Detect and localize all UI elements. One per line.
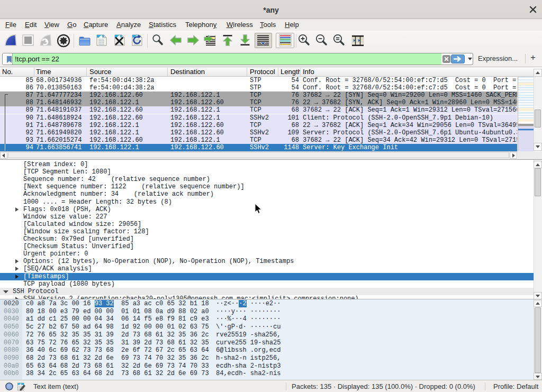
- svg-text:0111: 0111: [98, 43, 104, 45]
